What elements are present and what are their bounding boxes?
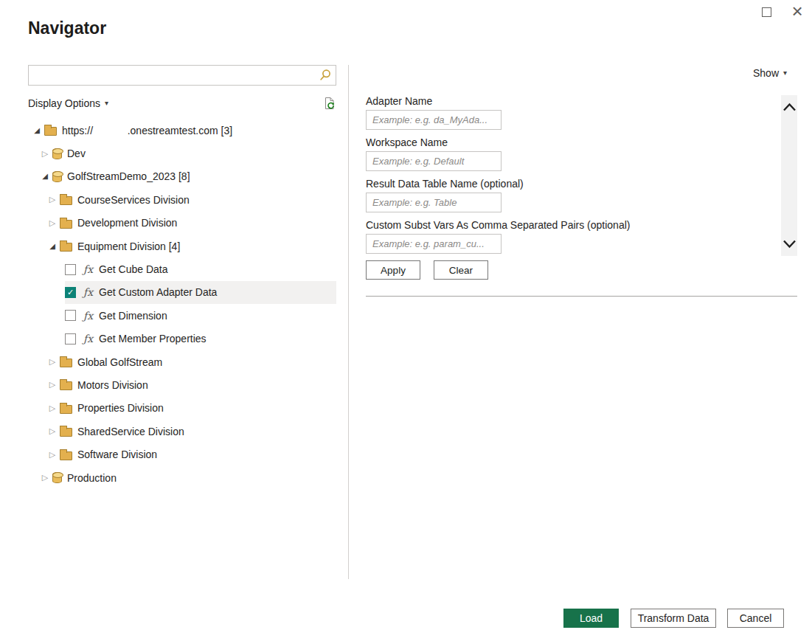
options-row: Display Options ▾ — [28, 94, 336, 113]
field-workspace-name: Workspace Name — [366, 136, 797, 171]
expand-icon[interactable]: ▷ — [47, 358, 58, 366]
tree-item-label: Production — [67, 472, 117, 484]
tree-item-label: Properties Division — [77, 402, 164, 414]
expand-icon[interactable]: ▷ — [47, 404, 58, 412]
tree-item-label: Equipment Division [4] — [77, 240, 180, 252]
tree-item-get-dimension[interactable]: ƒx Get Dimension — [28, 304, 336, 327]
display-options-label: Display Options — [28, 97, 100, 109]
tree-item-server[interactable]: ◢ https:// .onestreamtest.com [3] — [28, 119, 336, 142]
expand-icon[interactable]: ▷ — [47, 381, 58, 389]
refresh-icon[interactable] — [323, 97, 336, 110]
field-adapter-name: Adapter Name — [366, 95, 797, 130]
expand-icon[interactable]: ▷ — [40, 474, 50, 482]
tree-item-label: SharedService Division — [77, 426, 184, 437]
form-buttons: Apply Clear — [366, 260, 797, 280]
expand-icon[interactable]: ▷ — [47, 219, 58, 227]
chevron-down-icon: ▾ — [105, 100, 108, 107]
tree-item-software-division[interactable]: ▷ Software Division — [28, 443, 336, 465]
show-dropdown[interactable]: Show ▾ — [753, 67, 787, 79]
scrollbar[interactable] — [781, 95, 797, 256]
adapter-name-input[interactable] — [366, 110, 502, 130]
navigator-dialog: × Navigator Display Options ▾ — [0, 0, 812, 644]
tree-item-label: https:// .onestreamtest.com [3] — [62, 125, 232, 136]
folder-icon — [60, 403, 72, 414]
tree-leaf[interactable]: ƒx Get Member Properties — [65, 328, 336, 350]
tree-item-get-cube-data[interactable]: ƒx Get Cube Data — [28, 257, 336, 280]
result-table-name-input[interactable] — [366, 193, 502, 212]
tree-item-development-division[interactable]: ▷ Development Division — [28, 212, 336, 235]
load-button[interactable]: Load — [563, 609, 619, 628]
tree-item-get-custom-adapter-data[interactable]: ✓ ƒx Get Custom Adapter Data — [28, 281, 336, 304]
close-icon[interactable]: × — [788, 0, 807, 22]
expand-icon[interactable]: ▷ — [47, 195, 58, 204]
tree-item-label: Dev — [67, 148, 86, 159]
tree-item-label: Get Dimension — [99, 310, 167, 322]
tree-leaf[interactable]: ƒx Get Dimension — [65, 304, 336, 327]
function-icon: ƒx — [83, 286, 93, 298]
tree-item-sharedservice-division[interactable]: ▷ SharedService Division — [28, 420, 336, 443]
folder-icon — [44, 125, 57, 136]
folder-icon — [60, 356, 72, 367]
tree-item-label: CourseServices Division — [77, 194, 190, 206]
transform-data-button[interactable]: Transform Data — [631, 609, 716, 628]
checkbox-unchecked[interactable] — [65, 264, 76, 275]
tree-leaf-selected[interactable]: ✓ ƒx Get Custom Adapter Data — [65, 281, 336, 304]
folder-icon — [60, 379, 72, 390]
tree-item-label: Development Division — [77, 217, 177, 229]
tree-item-get-member-properties[interactable]: ƒx Get Member Properties — [28, 328, 336, 350]
field-custom-subst-vars: Custom Subst Vars As Comma Separated Pai… — [366, 219, 797, 254]
checkbox-checked[interactable]: ✓ — [65, 287, 76, 298]
tree-item-dev[interactable]: ▷ Dev — [28, 142, 336, 165]
panel-divider — [348, 65, 349, 579]
folder-icon — [60, 240, 72, 252]
cancel-button[interactable]: Cancel — [727, 609, 784, 628]
tree-item-properties-division[interactable]: ▷ Properties Division — [28, 397, 336, 420]
function-icon: ƒx — [83, 263, 93, 275]
field-result-table-name: Result Data Table Name (optional) — [366, 178, 797, 212]
tree-item-courseservices-division[interactable]: ▷ CourseServices Division — [28, 188, 336, 211]
database-icon — [52, 472, 62, 483]
search-input[interactable] — [29, 66, 315, 85]
function-icon: ƒx — [83, 333, 93, 344]
tree-item-label: Get Cube Data — [99, 263, 167, 275]
preview-panel: Adapter Name Workspace Name Result Data … — [366, 95, 797, 297]
collapse-icon[interactable]: ◢ — [32, 127, 42, 134]
database-icon — [52, 148, 62, 159]
tree-item-equipment-division[interactable]: ◢ Equipment Division [4] — [28, 235, 336, 257]
database-icon — [52, 171, 62, 182]
expand-icon[interactable]: ▷ — [40, 150, 50, 158]
collapse-icon[interactable]: ◢ — [47, 243, 58, 250]
show-label: Show — [753, 67, 779, 79]
horizontal-divider — [366, 296, 797, 297]
chevron-down-icon: ▾ — [783, 69, 787, 77]
display-options-dropdown[interactable]: Display Options ▾ — [28, 97, 108, 109]
tree-item-motors-division[interactable]: ▷ Motors Division — [28, 373, 336, 396]
apply-button[interactable]: Apply — [366, 260, 420, 280]
tree-item-production[interactable]: ▷ Production — [28, 466, 336, 489]
chevron-down-icon[interactable] — [783, 240, 796, 249]
navigation-tree: ◢ https:// .onestreamtest.com [3] ▷ Dev … — [28, 119, 336, 489]
search-box — [28, 65, 336, 86]
tree-item-golfstreamdemo[interactable]: ◢ GolfStreamDemo_2023 [8] — [28, 165, 336, 188]
expand-icon[interactable]: ▷ — [47, 451, 58, 459]
expand-icon[interactable]: ▷ — [47, 427, 58, 435]
workspace-name-input[interactable] — [366, 151, 502, 171]
maximize-icon[interactable] — [762, 7, 771, 17]
tree-item-label: Get Member Properties — [99, 333, 207, 344]
checkbox-unchecked[interactable] — [65, 310, 76, 321]
page-title: Navigator — [28, 18, 106, 38]
tree-item-global-golfstream[interactable]: ▷ Global GolfStream — [28, 350, 336, 373]
tree-leaf[interactable]: ƒx Get Cube Data — [65, 257, 336, 280]
function-icon: ƒx — [83, 310, 93, 322]
folder-icon — [60, 218, 72, 229]
checkbox-unchecked[interactable] — [65, 333, 76, 344]
folder-icon — [60, 426, 72, 437]
chevron-up-icon[interactable] — [783, 103, 796, 111]
tree-item-label: Global GolfStream — [77, 356, 162, 368]
custom-subst-vars-input[interactable] — [366, 234, 502, 254]
collapse-icon[interactable]: ◢ — [40, 173, 50, 180]
field-label: Custom Subst Vars As Comma Separated Pai… — [366, 219, 797, 231]
clear-button[interactable]: Clear — [434, 260, 488, 280]
folder-icon — [60, 194, 72, 205]
search-icon[interactable] — [315, 69, 336, 82]
